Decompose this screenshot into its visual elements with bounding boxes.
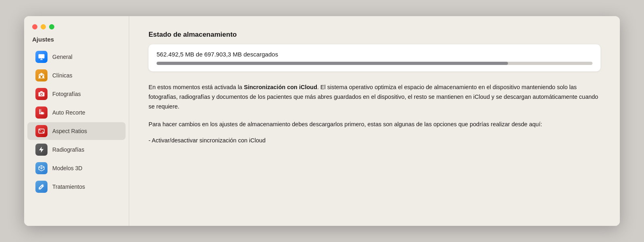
sidebar-item-modelos3d[interactable]: Modelos 3D: [27, 159, 126, 177]
autorecorte-icon: [35, 106, 47, 119]
sidebar-item-radiografias[interactable]: Radiografías: [27, 141, 126, 159]
storage-box: 562.492,5 MB de 697.903,3 MB descargados: [149, 44, 601, 71]
sidebar-label-tratamientos: Tratamientos: [52, 184, 85, 190]
main-content-area: Estado de almacenamiento 562.492,5 MB de…: [129, 16, 620, 226]
description-changes: Para hacer cambios en los ajustes de alm…: [149, 120, 601, 129]
aspectratios-icon: [35, 125, 47, 137]
sidebar-label-general: General: [52, 54, 72, 60]
svg-rect-2: [40, 75, 41, 76]
sidebar-label-modelos3d: Modelos 3D: [52, 165, 83, 171]
sidebar: Ajustes General Clínicas Fotografías: [24, 16, 129, 226]
option-icloud-sync: - Activar/desactivar sincronización con …: [149, 136, 601, 146]
modelos3d-icon: [35, 162, 47, 174]
section-title: Estado de almacenamiento: [149, 31, 601, 39]
sidebar-item-general[interactable]: General: [27, 48, 126, 66]
sidebar-title: Ajustes: [24, 36, 129, 48]
minimize-button[interactable]: [41, 24, 46, 29]
storage-label: 562.492,5 MB de 697.903,3 MB descargados: [157, 51, 592, 58]
sidebar-label-radiografias: Radiografías: [52, 146, 84, 153]
clinicas-icon: [35, 69, 47, 81]
svg-rect-8: [41, 112, 43, 115]
titlebar: [24, 24, 129, 36]
general-icon: [35, 51, 47, 63]
progress-bar-track: [157, 62, 592, 65]
svg-rect-0: [39, 54, 45, 58]
sidebar-item-clinicas[interactable]: Clínicas: [27, 67, 126, 84]
sidebar-item-fotografias[interactable]: Fotografías: [27, 85, 126, 103]
svg-rect-3: [42, 75, 43, 76]
svg-rect-1: [41, 76, 43, 78]
close-button[interactable]: [32, 24, 37, 29]
progress-bar-fill: [157, 62, 508, 65]
sidebar-item-autorecorte[interactable]: Auto Recorte: [27, 104, 126, 121]
sidebar-label-aspectratios: Aspect Ratios: [52, 128, 87, 134]
fotografias-icon: [35, 88, 47, 100]
sidebar-label-clinicas: Clínicas: [52, 72, 72, 79]
sidebar-item-aspectratios[interactable]: Aspect Ratios: [27, 122, 126, 140]
radiografias-icon: [35, 144, 47, 156]
maximize-button[interactable]: [49, 24, 54, 29]
main-window: Ajustes General Clínicas Fotografías: [24, 16, 620, 226]
sidebar-item-tratamientos[interactable]: Tratamientos: [27, 178, 126, 196]
sidebar-label-autorecorte: Auto Recorte: [52, 109, 85, 116]
sidebar-label-fotografias: Fotografías: [52, 91, 81, 97]
description-icloud: En estos momentos está activada la Sincr…: [149, 83, 601, 112]
svg-point-6: [41, 94, 42, 95]
tratamientos-icon: [35, 181, 47, 193]
svg-rect-7: [40, 91, 43, 92]
